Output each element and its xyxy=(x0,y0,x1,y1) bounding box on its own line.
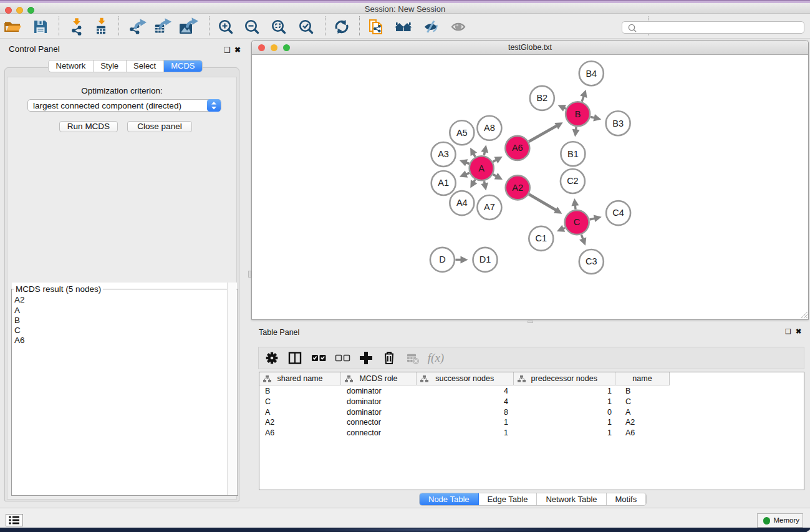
svg-text:A4: A4 xyxy=(456,198,468,208)
svg-text:C4: C4 xyxy=(612,208,624,218)
svg-text:B1: B1 xyxy=(567,149,579,159)
svg-text:C1: C1 xyxy=(536,233,547,243)
svg-text:B4: B4 xyxy=(586,69,597,79)
svg-text:A7: A7 xyxy=(484,202,495,212)
svg-text:D: D xyxy=(439,254,445,264)
svg-text:A3: A3 xyxy=(438,149,449,159)
svg-text:A2: A2 xyxy=(512,183,523,193)
svg-text:A6: A6 xyxy=(512,143,523,153)
svg-text:C2: C2 xyxy=(567,176,579,186)
svg-text:B3: B3 xyxy=(612,118,624,128)
svg-text:C: C xyxy=(574,217,580,227)
svg-text:A1: A1 xyxy=(438,178,449,188)
svg-text:B2: B2 xyxy=(536,93,547,103)
svg-text:f(x): f(x) xyxy=(428,351,444,365)
svg-text:D1: D1 xyxy=(480,254,491,264)
svg-text:A8: A8 xyxy=(484,123,495,133)
svg-text:A: A xyxy=(478,163,485,173)
svg-text:C3: C3 xyxy=(586,256,597,266)
svg-text:A5: A5 xyxy=(456,128,468,138)
svg-text:B: B xyxy=(575,109,581,119)
